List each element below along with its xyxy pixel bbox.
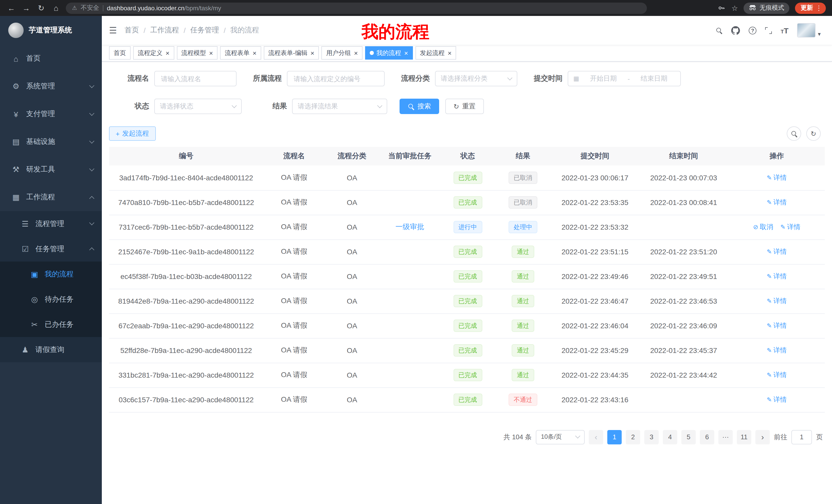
process-table: 编号流程名流程分类当前审批任务状态结果提交时间结束时间操作 3ad174fb-7… (109, 147, 825, 412)
detail-link[interactable]: ✎详情 (767, 370, 787, 380)
chevron-down-icon (89, 220, 94, 225)
sidebar-item-done-task[interactable]: ✂已办任务 (0, 312, 102, 337)
tab-发起流程[interactable]: 发起流程× (415, 46, 456, 60)
page-size-select[interactable]: 10条/页 (536, 430, 585, 444)
filter-process-definition-input[interactable] (287, 71, 385, 86)
sidebar-item-payment[interactable]: ¥支付管理 (0, 100, 102, 128)
hamburger-icon[interactable]: ☰ (109, 25, 117, 36)
font-size-icon[interactable]: TT (781, 26, 788, 35)
page-ellipsis[interactable]: ··· (718, 430, 733, 444)
detail-link[interactable]: ✎详情 (767, 272, 787, 281)
plus-icon: + (116, 130, 120, 137)
sidebar-item-label: 流程管理 (35, 219, 90, 228)
detail-link[interactable]: ✎详情 (767, 321, 787, 330)
close-icon[interactable]: × (209, 50, 213, 56)
sidebar: 芋道管理系统 ⌂首页⚙系统管理¥支付管理▤基础设施⚒研发工具▦工作流程☰流程管理… (0, 16, 102, 504)
filter-submit-time: 提交时间▦开始日期-结束日期 (530, 71, 681, 86)
column-header-1: 编号 (109, 147, 263, 165)
tab-流程定义[interactable]: 流程定义× (133, 46, 174, 60)
tab-首页[interactable]: 首页 (109, 46, 131, 60)
browser-reload-icon[interactable]: ↻ (36, 3, 46, 12)
tab-流程表单-编辑[interactable]: 流程表单-编辑× (264, 46, 319, 60)
browser-forward-icon[interactable]: → (21, 4, 31, 12)
tab-我的流程[interactable]: 我的流程× (365, 46, 413, 60)
sidebar-item-my-process[interactable]: ▣我的流程 (0, 261, 102, 287)
sidebar-menu: ⌂首页⚙系统管理¥支付管理▤基础设施⚒研发工具▦工作流程☰流程管理☑任务管理▣我… (0, 45, 102, 362)
sidebar-item-task-management[interactable]: ☑任务管理 (0, 236, 102, 261)
page-button-1[interactable]: 1 (607, 430, 622, 444)
chevron-down-icon (89, 83, 94, 88)
detail-link[interactable]: ✎详情 (767, 297, 787, 306)
filter-status-select[interactable]: 请选择状态 (154, 99, 242, 114)
app-title: 芋道管理系统 (29, 26, 72, 35)
cancel-link[interactable]: ⊘取消 (753, 222, 773, 232)
sidebar-item-infrastructure[interactable]: ▤基础设施 (0, 128, 102, 156)
filter-process-category-select[interactable]: 请选择流程分类 (435, 71, 517, 86)
sidebar-item-leave-query[interactable]: ♟请假查询 (0, 337, 102, 362)
filter-submit-time-range[interactable]: ▦开始日期-结束日期 (568, 71, 681, 86)
tab-流程模型[interactable]: 流程模型× (177, 46, 217, 60)
close-icon[interactable]: × (165, 50, 170, 56)
close-icon[interactable]: × (311, 50, 314, 56)
page-button-5[interactable]: 5 (681, 430, 696, 444)
sidebar-item-process-management[interactable]: ☰流程管理 (0, 211, 102, 236)
current-task-link[interactable]: 一级审批 (395, 222, 424, 231)
update-button[interactable]: 更新 ⋮ (795, 2, 826, 13)
breadcrumb-item[interactable]: 任务管理 (190, 26, 219, 35)
filter-process-name-input[interactable] (154, 71, 237, 86)
next-page-button[interactable]: › (755, 430, 770, 444)
toolbar-row: + 发起流程 ↻ (109, 127, 825, 141)
fullscreen-icon[interactable] (765, 27, 772, 34)
search-button[interactable]: 搜索 (399, 99, 439, 114)
search-icon[interactable] (716, 27, 723, 34)
sidebar-item-home[interactable]: ⌂首页 (0, 45, 102, 73)
page-button-3[interactable]: 3 (644, 430, 659, 444)
detail-link[interactable]: ✎详情 (767, 395, 787, 404)
page-button-11[interactable]: 11 (737, 430, 751, 444)
sidebar-item-devtools[interactable]: ⚒研发工具 (0, 156, 102, 184)
close-icon[interactable]: × (448, 50, 451, 56)
address-bar[interactable]: ⚠ 不安全 dashboard.yudao.iocoder.cn/bpm/tas… (66, 2, 647, 13)
search-toggle-button[interactable] (787, 127, 801, 141)
cell-ops: ✎详情 (729, 165, 825, 190)
breadcrumb-item[interactable]: 工作流程 (150, 26, 179, 35)
page-button-2[interactable]: 2 (626, 430, 640, 444)
bookmark-star-icon[interactable]: ☆ (731, 4, 738, 12)
browser-menu-icon[interactable]: ⋮ (815, 4, 822, 12)
filter-result: 结果请选择流结果 (254, 99, 387, 114)
cell-task: 一级审批 (379, 215, 441, 240)
help-icon[interactable]: ? (749, 26, 756, 34)
detail-link[interactable]: ✎详情 (780, 222, 800, 232)
close-icon[interactable]: × (404, 50, 408, 56)
detail-link[interactable]: ✎详情 (767, 173, 787, 183)
reset-button[interactable]: ↻重置 (445, 99, 484, 114)
status-badge: 已完成 (453, 319, 482, 332)
browser-back-icon[interactable]: ← (6, 4, 17, 12)
close-icon[interactable]: × (253, 50, 256, 56)
sidebar-item-workflow[interactable]: ▦工作流程 (0, 184, 102, 211)
page-button-6[interactable]: 6 (700, 430, 714, 444)
prev-page-button[interactable]: ‹ (589, 430, 603, 444)
close-icon[interactable]: × (354, 50, 358, 56)
goto-page-input[interactable] (791, 430, 812, 444)
tab-流程表单[interactable]: 流程表单× (220, 46, 261, 60)
browser-home-icon[interactable]: ⌂ (51, 4, 61, 12)
filter-result-select[interactable]: 请选择流结果 (292, 99, 387, 114)
page-button-4[interactable]: 4 (663, 430, 677, 444)
refresh-button[interactable]: ↻ (806, 127, 821, 141)
table-row: 67c2eaab-7b9a-11ec-a290-acde48001122OA 请… (109, 313, 825, 338)
user-avatar[interactable]: ▾ (797, 23, 821, 37)
key-icon[interactable] (718, 4, 726, 12)
cell-id: 67c2eaab-7b9a-11ec-a290-acde48001122 (109, 313, 263, 338)
breadcrumb-item[interactable]: 首页 (125, 26, 139, 35)
browser-actions: ☆ 无痕模式 更新 ⋮ (718, 2, 826, 13)
detail-link[interactable]: ✎详情 (767, 198, 787, 207)
detail-link[interactable]: ✎详情 (767, 247, 787, 256)
security-label[interactable]: 不安全 (81, 4, 99, 12)
sidebar-item-todo-task[interactable]: ◎待办任务 (0, 287, 102, 312)
create-process-button[interactable]: + 发起流程 (109, 127, 156, 141)
tab-用户分组[interactable]: 用户分组× (322, 46, 363, 60)
sidebar-item-system[interactable]: ⚙系统管理 (0, 73, 102, 100)
github-icon[interactable] (731, 26, 740, 35)
detail-link[interactable]: ✎详情 (767, 346, 787, 355)
